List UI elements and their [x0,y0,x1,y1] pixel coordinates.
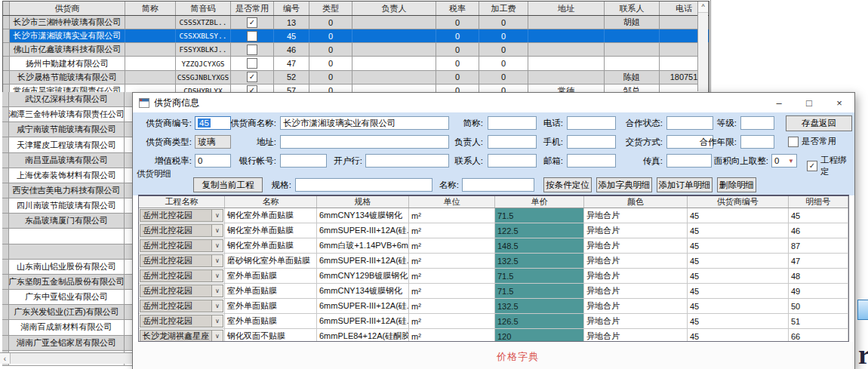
cell-price[interactable]: 132.5 [495,299,584,313]
list-item[interactable]: 南昌亚晶玻璃有限公司 [2,153,133,168]
table-row[interactable]: 岳州北控花园∨室外单面贴膜6mmCNY134镀膜钢化m²71.5异地合片4549 [139,284,848,299]
cell-common[interactable] [231,43,274,56]
cell-tax[interactable]: 0 [436,71,479,84]
cell-price[interactable]: 71.5 [495,269,584,283]
minimize-button[interactable]: – [764,93,794,112]
close-button[interactable]: × [824,93,854,112]
area-round-dropdown[interactable]: 0 ▼ [771,154,797,168]
cell-fee[interactable]: 0 [479,16,528,29]
name-filter-input[interactable] [462,178,534,192]
cell-supplier_no[interactable]: 45 [688,269,789,283]
list-item[interactable]: 武汉亿深科技有限公司 [2,92,133,107]
chevron-down-icon[interactable]: ∨ [211,270,223,281]
cell-color[interactable]: 异地合片 [584,314,688,328]
cell-name[interactable]: 室外单面贴膜 [225,284,317,298]
list-item[interactable]: 湖南广亚全铝家居有限公司 [2,336,133,351]
cell-color[interactable]: 异地合片 [584,254,688,268]
cell-no[interactable]: 52 [274,71,309,84]
chevron-down-icon[interactable]: ∨ [211,331,223,342]
add-order-detail-button[interactable]: 添加订单明细 [657,177,713,192]
cell-name[interactable]: 西安佳吉美电力科技有限公司 [9,183,124,198]
cell-addr[interactable] [528,71,605,84]
cell-color[interactable]: 异地合片 [584,329,688,342]
cell-price[interactable]: 122.5 [495,223,584,238]
cell-name[interactable]: 山东南山铝业股份有限公司 [9,260,124,274]
table-row[interactable]: 岳州北控花园∨室外单面贴膜6mmSUPER-III+12A(硅...m²126.… [139,314,848,329]
cell-contact[interactable] [605,29,660,42]
cell-name[interactable]: 钢化双面不贴膜 [225,329,317,342]
cell-code[interactable]: YZZQJCYXGS [176,57,231,69]
column-header[interactable]: 简称 [125,2,176,15]
cell-tax[interactable]: 0 [436,57,479,69]
cell-detail_no[interactable]: 49 [789,284,848,298]
project-combobox[interactable]: 岳州北控花园∨ [140,284,223,297]
cell-name[interactable]: 钢化室外单面贴膜 [225,223,317,238]
cell-name[interactable]: 广东坚朗五金制品股份有限公司 [9,275,124,289]
contact-input[interactable] [488,154,537,168]
chevron-down-icon[interactable]: ∨ [211,300,223,312]
cell-supplier_no[interactable]: 45 [688,254,789,268]
column-header[interactable]: 单价 [495,196,584,208]
cell-owner[interactable] [352,16,436,29]
cell-no[interactable]: 47 [274,57,309,69]
cell-color[interactable]: 异地合片 [584,223,688,238]
column-header[interactable]: 颜色 [584,196,688,208]
cell-name[interactable] [9,229,124,243]
cell-name[interactable]: 广东兴发铝业(江西)有限公司 [9,305,124,319]
cell-common[interactable] [231,29,274,42]
copy-project-button[interactable]: 复制当前工程 [193,177,263,192]
owner-input[interactable] [488,135,537,149]
list-item[interactable]: 西安佳吉美电力科技有限公司 [2,183,133,198]
chevron-down-icon[interactable]: ∨ [211,240,223,251]
cell-fee[interactable]: 0 [479,71,528,84]
cell-name[interactable]: 室外单面贴膜 [225,314,317,328]
cell-abbr[interactable] [125,43,176,56]
chevron-down-icon[interactable]: ∨ [211,210,223,221]
project-combobox[interactable]: 岳州北控花园∨ [140,209,223,222]
common-checkbox[interactable] [788,137,799,147]
cell-detail_no[interactable]: 45 [789,208,848,223]
common-checkbox[interactable]: ✓ [247,17,257,28]
cell-owner[interactable] [352,29,436,42]
phone-input[interactable] [567,116,616,130]
table-row[interactable]: 长沙市潇湘玻璃实业有限公司CSSXXBLSY..45000 [3,29,709,43]
cell-project[interactable]: 长沙龙湖祺鑫星座∨ [139,329,225,342]
cell-abbr[interactable] [125,29,176,42]
table-row[interactable]: 扬州中勤建材有限公司YZZQJCYXGS47000 [3,57,709,70]
list-item[interactable]: 咸宁南玻节能玻璃有限公司 [2,122,133,137]
column-header[interactable]: 联系人 [605,2,660,15]
list-item[interactable]: 天津耀皮工程玻璃有限公司 [2,137,133,152]
cell-name[interactable]: 广东中亚铝业有限公司 [9,290,124,304]
maximize-button[interactable]: □ [794,93,824,112]
column-header[interactable]: 工程名称 [139,196,225,208]
common-checkbox[interactable]: ✓ [247,72,257,82]
cell-color[interactable]: 异地合片 [584,238,688,253]
grade-input[interactable] [740,116,774,130]
list-item[interactable] [2,229,133,244]
cell-abbr[interactable] [125,16,176,29]
column-header[interactable]: 名称 [225,196,317,208]
cell-name[interactable]: 长沙市三湘特种玻璃有限公司 [10,16,125,29]
chevron-down-icon[interactable]: ∨ [211,225,223,236]
column-header[interactable]: 明细号 [789,196,848,208]
bank-input[interactable] [365,154,449,168]
mobile-input[interactable] [567,135,616,149]
horizontal-scrollbar[interactable]: ‹ [0,352,133,364]
cell-project[interactable]: 岳州北控花园∨ [139,254,225,268]
cell-spec[interactable]: 6mmCNY134镀膜钢化 [317,284,409,298]
cell-tax[interactable]: 0 [436,43,479,56]
table-row[interactable]: 岳州北控花园∨钢化室外单面贴膜6mmCNY134镀膜钢化m²71.5异地合片45… [139,208,848,223]
cell-name[interactable]: 室外单面贴膜 [225,299,317,313]
table-row[interactable]: 长沙龙湖祺鑫星座∨钢化双面不贴膜6mmPLE84+12A(硅酮胶...m²120… [139,329,848,342]
address-input[interactable] [280,135,449,149]
delete-detail-button[interactable]: 删除明细 [717,177,756,192]
cell-name[interactable]: 长沙市潇湘玻璃实业有限公司 [10,29,125,42]
cell-unit[interactable]: m² [409,329,495,342]
column-header[interactable]: 是否常用 [231,2,274,15]
list-item[interactable]: 上海优泰装饰材料有限公司 [2,168,133,183]
coop-years-input[interactable] [740,135,774,149]
cell-common[interactable] [231,57,274,69]
cell-name[interactable]: 南昌亚晶玻璃有限公司 [9,153,124,168]
email-input[interactable] [567,154,616,168]
column-header[interactable]: 地址 [528,2,605,15]
